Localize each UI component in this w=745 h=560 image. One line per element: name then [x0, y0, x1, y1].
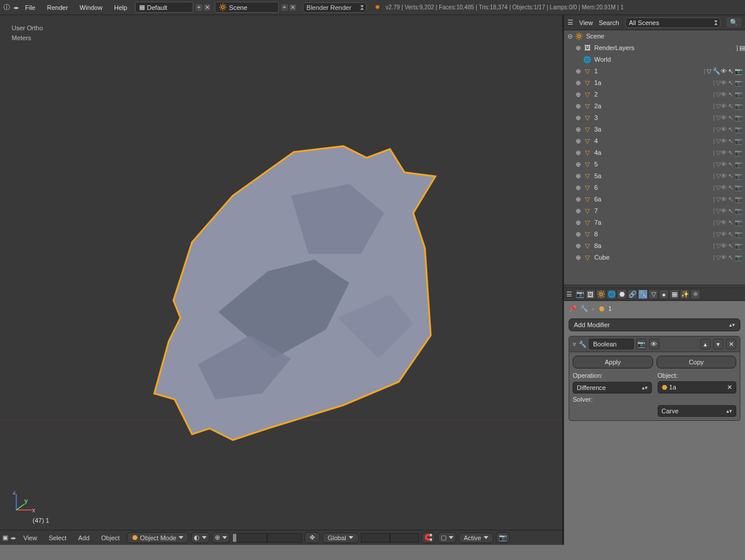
render-toggle[interactable]: 📷	[735, 149, 743, 157]
tab-object[interactable]: ⬣	[617, 289, 627, 299]
scene-select[interactable]: 🔆Scene	[215, 2, 279, 13]
outliner-object-row[interactable]: ⊕▽5a|▽👁↖📷	[564, 170, 745, 182]
outliner-filter-select[interactable]: All Scenes	[625, 17, 721, 28]
snap-target-select[interactable]: Active	[459, 533, 494, 543]
selectable-toggle[interactable]: ↖	[728, 219, 733, 226]
expand-icon[interactable]: ⊕	[574, 102, 581, 110]
visibility-toggle[interactable]: 👁	[721, 114, 727, 122]
manipulator-toggle[interactable]: ✥	[304, 532, 320, 543]
add-scene-button[interactable]: +	[281, 3, 289, 12]
render-toggle[interactable]: 📷	[735, 254, 743, 261]
tab-modifiers[interactable]: 🔧	[638, 289, 648, 299]
tab-particles[interactable]: ✨	[680, 289, 690, 299]
visibility-toggle[interactable]: 👁	[721, 126, 727, 133]
visibility-toggle[interactable]: 👁	[721, 254, 727, 261]
delete-scene-button[interactable]: ✕	[289, 3, 297, 12]
solver-select[interactable]: Carve▴▾	[658, 405, 737, 417]
outliner-object-row[interactable]: ⊕▽6|▽👁↖📷	[564, 182, 745, 193]
expand-icon[interactable]: ⊕	[574, 91, 581, 98]
mesh-data-icon[interactable]: ▽	[716, 102, 721, 110]
mesh-data-icon[interactable]: ▽	[716, 254, 721, 261]
render-toggle[interactable]: 📷	[735, 91, 743, 98]
outliner-object-row[interactable]: ⊕▽5|▽👁↖📷	[564, 158, 745, 170]
snap-toggle[interactable]: 🧲	[421, 532, 435, 543]
render-toggle[interactable]: 📷	[735, 231, 743, 238]
outliner-menu-view[interactable]: View	[579, 19, 593, 26]
render-toggle[interactable]: 📷	[735, 184, 743, 192]
mesh-data-icon[interactable]: ▽	[716, 149, 721, 157]
visibility-toggle[interactable]: 👁	[721, 137, 727, 145]
apply-button[interactable]: Apply	[573, 356, 653, 368]
add-modifier-button[interactable]: Add Modifier ▴▾	[569, 318, 740, 331]
layers-widget-2[interactable]	[361, 533, 419, 543]
render-toggle[interactable]: 📷	[735, 114, 743, 122]
menu-file[interactable]: File	[19, 4, 41, 11]
expand-icon[interactable]: ⊕	[574, 242, 581, 250]
expand-icon[interactable]: ⊕	[574, 79, 581, 87]
outliner-object-row[interactable]: ⊕▽8a|▽👁↖📷	[564, 240, 745, 251]
mesh-data-icon[interactable]: ▽	[716, 172, 721, 180]
operation-select[interactable]: Difference▴▾	[573, 382, 652, 394]
expand-icon[interactable]: ⊕	[574, 184, 581, 192]
mesh-data-icon[interactable]: ▽	[716, 137, 721, 145]
snap-element-select[interactable]: ▢	[438, 532, 456, 543]
selectable-toggle[interactable]: ↖	[728, 149, 733, 157]
visibility-toggle[interactable]: 👁	[721, 242, 727, 250]
boolean-object-select[interactable]: ⬣ 1a✕	[658, 381, 737, 394]
expand-icon[interactable]: ⊕	[574, 219, 581, 226]
mesh-data-icon[interactable]: ▽	[716, 219, 721, 226]
expand-icon[interactable]: ⊕	[574, 126, 581, 133]
outliner-object-row[interactable]: ⊕▽2|▽👁↖📷	[564, 88, 745, 100]
selectable-toggle[interactable]: ↖	[728, 196, 733, 203]
info-expand-icon[interactable]: ◂▸	[13, 5, 19, 10]
screen-layout-select[interactable]: ▦Default	[135, 2, 193, 13]
mesh-data-icon[interactable]: ▽	[707, 68, 711, 75]
selectable-toggle[interactable]: ↖	[728, 172, 733, 180]
menu-view[interactable]: View	[19, 534, 42, 541]
selectable-toggle[interactable]: ↖	[728, 161, 733, 168]
expand-icon[interactable]: ⊕	[574, 172, 581, 180]
render-engine-select[interactable]: Blender Render	[303, 2, 367, 13]
outliner-object-row[interactable]: ⊕▽1|▽🔧👁↖📷	[564, 65, 745, 77]
outliner-object-row[interactable]: ⊕▽3|▽👁↖📷	[564, 112, 745, 123]
visibility-toggle[interactable]: 👁	[721, 207, 727, 215]
selectable-toggle[interactable]: ↖	[728, 242, 733, 250]
pin-object-icon[interactable]: 🔧	[580, 305, 588, 313]
render-toggle[interactable]: 📷	[735, 79, 743, 87]
outliner-object-row[interactable]: ⊕▽1a|▽👁↖📷	[564, 77, 745, 88]
visibility-toggle[interactable]: 👁	[721, 149, 727, 157]
outliner-object-row[interactable]: ⊕▽4|▽👁↖📷	[564, 135, 745, 147]
render-visibility-toggle[interactable]: 📷	[636, 339, 647, 349]
visibility-toggle[interactable]: 👁	[721, 219, 727, 226]
menu-object[interactable]: Object	[97, 534, 125, 541]
mesh-data-icon[interactable]: ▽	[716, 207, 721, 215]
tab-render[interactable]: 📷	[575, 289, 585, 299]
menu-add[interactable]: Add	[73, 534, 94, 541]
render-toggle[interactable]: 📷	[735, 219, 743, 226]
outliner-object-row[interactable]: ⊕▽2a|▽👁↖📷	[564, 100, 745, 112]
renderlayer-pass-icon[interactable]: ▤	[739, 44, 745, 52]
selectable-toggle[interactable]: ↖	[728, 254, 733, 261]
mesh-data-icon[interactable]: ▽	[716, 79, 721, 87]
3d-viewport[interactable]: User Ortho Meters z x y (47) 1	[0, 15, 562, 530]
menu-render[interactable]: Render	[41, 4, 74, 11]
world-row[interactable]: ⊕ 🌐 World	[564, 54, 745, 65]
visibility-toggle[interactable]: 👁	[721, 196, 727, 203]
outliner-editor-icon[interactable]: ☰	[567, 19, 573, 26]
breadcrumb-object[interactable]: 1	[608, 305, 612, 312]
render-toggle[interactable]: 📷	[735, 161, 743, 168]
move-down-button[interactable]: ▾	[713, 339, 723, 349]
properties-editor-icon[interactable]: ☰	[566, 290, 572, 298]
selectable-toggle[interactable]: ↖	[728, 126, 733, 133]
orientation-select[interactable]: Global	[322, 533, 359, 543]
outliner-object-row[interactable]: ⊕▽Cube|▽👁↖📷	[564, 251, 745, 263]
tab-physics[interactable]: ⚛	[690, 289, 700, 299]
render-toggle[interactable]: 📷	[735, 207, 743, 215]
visibility-toggle[interactable]: 👁	[721, 91, 727, 98]
viewport-visibility-toggle[interactable]: 👁	[649, 339, 659, 349]
pin-icon[interactable]: 📌	[569, 305, 577, 313]
render-toggle[interactable]: 📷	[735, 137, 743, 145]
tab-texture[interactable]: ▦	[669, 289, 679, 299]
view3d-expand-icon[interactable]: ◂▸	[10, 535, 16, 541]
outliner-object-row[interactable]: ⊕▽3a|▽👁↖📷	[564, 123, 745, 135]
